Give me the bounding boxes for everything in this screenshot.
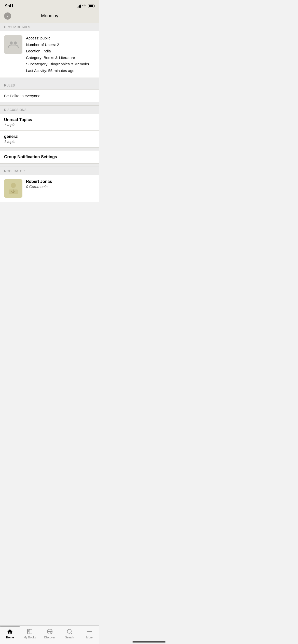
gap-3 [0,148,99,151]
rules-content: Be Polite to everyone [0,90,99,102]
discussion-item-general[interactable]: general 1 topic [0,131,99,148]
status-time: 9:41 [5,4,13,9]
discussion-subtitle-general: 1 topic [4,139,95,144]
group-info: Access: public Number of Users: 2 Locati… [26,35,95,74]
nav-header: ‹ Moodjoy [0,11,99,23]
gap-4 [0,164,99,167]
svg-point-1 [14,41,17,45]
back-arrow-icon: ‹ [4,12,11,20]
moderator-info: Robert Jonas 0 Comments [26,179,52,189]
moderator-comments: 0 Comments [26,184,52,189]
discussions-header: DISCUSSIONS [0,105,99,114]
status-bar: 9:41 [0,0,99,11]
discussion-title-general: general [4,134,95,139]
group-access: Access: public [26,35,95,41]
discussion-title-unread: Unread Topics [4,118,95,122]
gap-2 [0,102,99,105]
svg-point-2 [11,183,16,188]
battery-icon [88,5,94,8]
discussion-item-unread[interactable]: Unread Topics 1 topic [0,114,99,131]
moderator-header: MODERATOR [0,167,99,175]
group-avatar [4,35,22,54]
moderator-avatar [4,179,22,198]
group-last-activity: Last Activity: 55 minutes ago [26,68,95,74]
gap-1 [0,78,99,81]
group-category: Category: Books & Literature [26,55,95,61]
moderator-card: Robert Jonas 0 Comments [0,175,99,202]
rules-header: RULES [0,81,99,90]
back-button[interactable]: ‹ [4,12,11,20]
svg-point-0 [10,41,13,45]
page-title: Moodjoy [41,13,58,19]
group-location: Location: India [26,48,95,54]
group-subcategory: Subcategory: Biographies & Memoirs [26,61,95,67]
scroll-area: GROUP DETAILS Access: public Number of U… [0,23,99,227]
notification-settings-row[interactable]: Group Notification Settings [0,151,99,164]
group-users: Number of Users: 2 [26,42,95,48]
discussion-subtitle-unread: 1 topic [4,123,95,127]
signal-icon [77,5,81,8]
status-icons [77,4,94,8]
group-details-card: Access: public Number of Users: 2 Locati… [0,31,99,78]
wifi-icon [82,4,86,8]
group-details-header: GROUP DETAILS [0,23,99,31]
moderator-name: Robert Jonas [26,179,52,184]
